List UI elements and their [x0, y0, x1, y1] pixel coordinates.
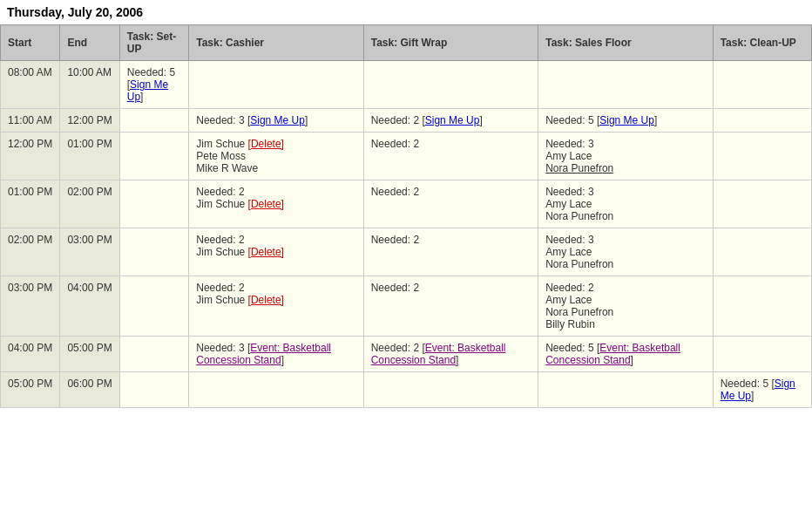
table-row: 12:00 PM01:00 PMJim Schue [Delete]Pete M…	[1, 133, 812, 180]
start-time: 11:00 AM	[1, 109, 60, 133]
delete-link[interactable]: [Delete]	[248, 294, 284, 306]
giftwrap-cell	[363, 61, 538, 109]
end-time: 10:00 AM	[60, 61, 119, 109]
needed-label: Needed: 3	[545, 234, 705, 246]
cashier-cell: Needed: 3 [Event: Basketball Concession …	[189, 337, 363, 372]
header-end: End	[60, 25, 119, 61]
start-time: 05:00 PM	[1, 372, 60, 408]
assigned-person: Pete Moss	[196, 150, 355, 162]
header-salesfloor: Task: Sales Floor	[538, 25, 713, 61]
assigned-person: Nora Punefron	[545, 306, 705, 318]
cashier-cell: Needed: 2Jim Schue [Delete]	[189, 228, 363, 276]
event-link[interactable]: Event: Basketball Concession Stand	[545, 342, 680, 366]
assigned-person: Nora Punefron	[545, 258, 705, 270]
assigned-person: Jim Schue [Delete]	[196, 198, 355, 210]
setup-cell	[119, 109, 188, 133]
cleanup-cell	[713, 228, 811, 276]
header-giftwrap: Task: Gift Wrap	[363, 25, 538, 61]
assigned-person: Amy Lace	[545, 294, 705, 306]
giftwrap-cell: Needed: 2 [Event: Basketball Concession …	[363, 337, 538, 372]
giftwrap-cell: Needed: 2 [Sign Me Up]	[363, 109, 538, 133]
schedule-table: Start End Task: Set-UP Task: Cashier Tas…	[0, 24, 812, 408]
sign-me-up-link[interactable]: Sign Me Up	[127, 78, 168, 103]
delete-link[interactable]: [Delete]	[248, 198, 284, 210]
start-time: 03:00 PM	[1, 276, 60, 337]
cashier-cell: Needed: 3 [Sign Me Up]	[189, 109, 363, 133]
setup-cell	[119, 337, 188, 372]
table-row: 05:00 PM06:00 PMNeeded: 5 [Sign Me Up]	[1, 372, 812, 408]
cleanup-cell	[713, 180, 811, 228]
table-row: 01:00 PM02:00 PMNeeded: 2Jim Schue [Dele…	[1, 180, 812, 228]
start-time: 01:00 PM	[1, 180, 60, 228]
assigned-person: Jim Schue [Delete]	[196, 138, 355, 150]
end-time: 02:00 PM	[60, 180, 119, 228]
setup-cell	[119, 133, 188, 180]
needed-label: Needed: 2	[196, 234, 355, 246]
cashier-cell: Jim Schue [Delete]Pete MossMike R Wave	[189, 133, 363, 180]
header-setup: Task: Set-UP	[119, 25, 188, 61]
salesfloor-cell: Needed: 3Amy LaceNora Punefron	[538, 228, 713, 276]
needed-label: Needed: 3	[545, 186, 705, 198]
giftwrap-cell: Needed: 2	[363, 228, 538, 276]
assigned-person: Amy Lace	[545, 150, 705, 162]
setup-cell	[119, 276, 188, 337]
cleanup-cell	[713, 133, 811, 180]
event-link[interactable]: Event: Basketball Concession Stand	[371, 342, 506, 366]
cleanup-cell	[713, 337, 811, 372]
assigned-person: Nora Punefron	[545, 162, 705, 174]
cleanup-cell	[713, 61, 811, 109]
needed-label: Needed: 3 [Event: Basketball Concession …	[196, 342, 331, 366]
cleanup-cell	[713, 109, 811, 133]
header-start: Start	[1, 25, 60, 61]
setup-cell: Needed: 5[Sign Me Up]	[119, 61, 188, 109]
salesfloor-cell: Needed: 3Amy LaceNora Punefron	[538, 133, 713, 180]
giftwrap-cell: Needed: 2	[363, 276, 538, 337]
sign-me-up-link[interactable]: Sign Me Up	[425, 114, 480, 126]
cashier-cell	[189, 61, 363, 109]
table-row: 04:00 PM05:00 PMNeeded: 3 [Event: Basket…	[1, 337, 812, 372]
header-cashier: Task: Cashier	[189, 25, 363, 61]
assigned-person: Jim Schue [Delete]	[196, 246, 355, 258]
start-time: 04:00 PM	[1, 337, 60, 372]
header-cleanup: Task: Clean-UP	[713, 25, 811, 61]
giftwrap-cell: Needed: 2	[363, 180, 538, 228]
setup-cell	[119, 228, 188, 276]
end-time: 05:00 PM	[60, 337, 119, 372]
salesfloor-cell	[538, 61, 713, 109]
start-time: 02:00 PM	[1, 228, 60, 276]
needed-label: Needed: 2	[196, 282, 355, 294]
needed-label: Needed: 2	[545, 282, 705, 294]
sign-me-up-link[interactable]: Sign Me Up	[250, 114, 305, 126]
assigned-person: Amy Lace	[545, 198, 705, 210]
start-time: 08:00 AM	[1, 61, 60, 109]
sign-me-up-link[interactable]: Sign Me Up	[721, 378, 795, 402]
salesfloor-cell: Needed: 3Amy LaceNora Punefron	[538, 180, 713, 228]
assigned-person: Jim Schue [Delete]	[196, 294, 355, 306]
end-time: 12:00 PM	[60, 109, 119, 133]
end-time: 06:00 PM	[60, 372, 119, 408]
needed-label: Needed: 2	[196, 186, 355, 198]
start-time: 12:00 PM	[1, 133, 60, 180]
setup-cell	[119, 180, 188, 228]
sign-me-up-link[interactable]: Sign Me Up	[599, 114, 654, 126]
salesfloor-cell	[538, 372, 713, 408]
cleanup-cell: Needed: 5 [Sign Me Up]	[713, 372, 811, 408]
cashier-cell: Needed: 2Jim Schue [Delete]	[189, 276, 363, 337]
salesfloor-cell: Needed: 5 [Event: Basketball Concession …	[538, 337, 713, 372]
salesfloor-cell: Needed: 5 [Sign Me Up]	[538, 109, 713, 133]
needed-label: Needed: 3	[545, 138, 705, 150]
cashier-cell: Needed: 2Jim Schue [Delete]	[189, 180, 363, 228]
salesfloor-cell: Needed: 2Amy LaceNora PunefronBilly Rubi…	[538, 276, 713, 337]
assigned-person: Amy Lace	[545, 246, 705, 258]
delete-link[interactable]: [Delete]	[248, 138, 284, 150]
event-link[interactable]: Event: Basketball Concession Stand	[196, 342, 331, 366]
giftwrap-cell	[363, 372, 538, 408]
table-row: 03:00 PM04:00 PMNeeded: 2Jim Schue [Dele…	[1, 276, 812, 337]
delete-link[interactable]: [Delete]	[248, 246, 284, 258]
assigned-person: Mike R Wave	[196, 162, 355, 174]
page-title: Thursday, July 20, 2006	[0, 0, 812, 24]
table-row: 08:00 AM10:00 AMNeeded: 5[Sign Me Up]	[1, 61, 812, 109]
assigned-person: Nora Punefron	[545, 210, 705, 222]
needed-label: Needed: 3 [Sign Me Up]	[196, 114, 308, 126]
end-time: 03:00 PM	[60, 228, 119, 276]
